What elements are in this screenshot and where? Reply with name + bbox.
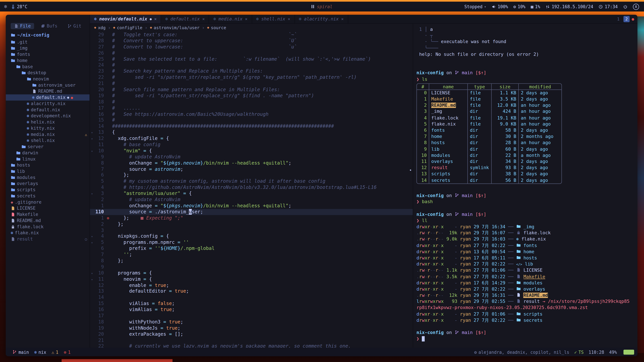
statusline-warnings[interactable]: ⚠ 1 [52,350,58,354]
code-line[interactable]: ▾10 "nvim" = { [90,148,413,154]
code-line[interactable]: 23 # Search key pattern and Replace in M… [90,68,413,74]
code-line[interactable]: 6 }; [90,172,413,178]
code-line[interactable]: 11 # base config [90,142,413,148]
tree-item-default.nix[interactable]: ❄default.nix●● [6,94,90,100]
tree-item-server[interactable]: server [6,144,90,150]
volume-widget[interactable]: 100% [492,4,508,9]
temperature-widget[interactable]: 28°C [11,4,27,9]
code-line[interactable]: 14 [90,295,413,301]
tree-item-home[interactable]: home [6,57,90,64]
sidebar-tab-git[interactable]: Git [64,23,85,29]
code-area[interactable]: 29 # Toggle text's case: `~` 28 # Conver… [90,31,413,348]
buffer-tab-default.nix[interactable]: ❄default.nix× [161,15,209,23]
code-line[interactable]: 25 # Save the selected text to a file: `… [90,56,413,62]
code-line[interactable]: ▾12 xdg.configFile = { [90,136,413,142]
tree-item-secrets[interactable]: secrets [6,193,90,199]
tree-root[interactable]: ~/nix-config [6,31,90,39]
code-line[interactable]: 19 # sed -ri "s/pattern_str/replace_str/… [90,93,413,99]
code-line[interactable]: ▾11 neovim = { [90,276,413,282]
code-line[interactable]: ▾13 { [90,129,413,135]
tree-item-README.md[interactable]: README.md [6,218,90,224]
tree-item-base[interactable]: base [6,64,90,70]
tree-item-media.nix[interactable]: ❄media.nix⚠ [6,131,90,138]
tree-item-flake.nix[interactable]: ❄flake.nix [6,230,90,236]
close-icon[interactable]: × [341,17,344,21]
code-line[interactable]: 5 # my cusotom astronvim config, astronv… [90,178,413,184]
code-line[interactable]: 15 viAlias = false; [90,301,413,307]
statusline-errors[interactable]: ⊗ 1 [64,350,70,354]
tree-item-alacritty.nix[interactable]: ❄alacritty.nix [6,100,90,107]
code-line[interactable]: 8 }; [90,258,413,264]
terminal-pane[interactable]: 1 │ a · ┬ · ╰── executable was not found… [413,24,638,348]
breadcrumb-item-configFile[interactable]: ◈configFile [113,25,142,30]
breadcrumb-item-xdg[interactable]: ◈xdg [94,25,106,30]
close-icon[interactable]: × [245,17,248,21]
code-line[interactable]: 7 source = astronvim; [90,166,413,172]
tree-item-_img[interactable]: _img [6,45,90,51]
code-line[interactable]: 17 # ...... [90,105,413,111]
code-line[interactable]: 20 # Search file name pattern and Replac… [90,87,413,93]
code-line[interactable]: 8 onChange = "${pkgs.neovim}/bin/nvim --… [90,160,413,166]
tree-item-fonts[interactable]: fonts [6,51,90,57]
code-line[interactable]: 6 prefix = ''${HOME}/.npm-global [90,246,413,252]
code-line[interactable]: 15 # [90,117,413,123]
code-line[interactable]: 21 # [90,80,413,86]
code-line[interactable]: 22 # currently we use lazy.nvim as neovi… [90,343,413,348]
tree-item-astronvim_user[interactable]: astronvim_user [6,82,90,88]
code-line[interactable]: 3 [90,227,413,233]
tree-item-neovim[interactable]: neovim [6,76,90,82]
network-widget[interactable]: 192.168.5.100/24 [546,4,593,9]
code-line[interactable]: 28 # Convert to uppercase: `U` [90,38,413,44]
tree-item-scripts[interactable]: scripts [6,187,90,193]
close-icon[interactable]: × [288,17,290,21]
cpu-widget[interactable]: ⚙ 10% [513,4,526,9]
tree-item-modules[interactable]: modules [6,174,90,181]
code-line[interactable]: 20 extraPackages = []; [90,331,413,337]
code-line[interactable]: 18 withPython3 = true; [90,319,413,325]
tree-item-helix.nix[interactable]: ❄helix.nix [6,119,90,125]
tree-item-desktop[interactable]: desktop [6,70,90,76]
tree-item-lib[interactable]: lib [6,168,90,174]
buffer-tab-media.nix[interactable]: ❄media.nix× [209,15,252,23]
code-line[interactable]: 2 # update AstroNvim [90,197,413,203]
code-line[interactable]: ▾10 programs = { [90,270,413,276]
code-line[interactable]: ▾3 "astronvim/lua/user" = { [90,191,413,197]
code-line[interactable]: 29 # Toggle text's case: `~` [90,32,413,38]
code-line[interactable]: 22 # sed -ri "s/pattern_str/replace_str/… [90,74,413,80]
code-line[interactable]: ▾5 programs.npm.npmrc = '' [90,239,413,245]
tree-item-default.nix[interactable]: ❄default.nix [6,107,90,113]
code-line[interactable]: 2 }; [90,221,413,227]
buffer-tab-neovim/default.nix[interactable]: ❄neovim/default.nix●× [90,15,161,23]
editor-pane[interactable]: ◈xdg›◈configFile›◈astronvim/lua/user›◈so… [90,24,413,348]
tree-item-.git[interactable]: .git [6,39,90,45]
tabpage-2[interactable]: 2 [623,16,630,22]
breadcrumb-item-source[interactable]: ◈source [207,25,226,30]
tree-item-overlays[interactable]: overlays [6,181,90,187]
tree-item-hosts[interactable]: hosts [6,162,90,168]
statusline-git-branch[interactable]: main [12,350,29,354]
status-widget[interactable]: Stopped ▾ [464,4,486,9]
code-line[interactable]: 110 source = ./astronvim_user; [90,209,413,215]
tree-item-README.md[interactable]: README.md [6,88,90,94]
code-line[interactable]: 9 # update AstroNvim [90,154,413,160]
tree-item-.gitignore[interactable]: ◆.gitignore [6,199,90,205]
code-line[interactable]: 16 vimAlias = true; [90,307,413,313]
code-line[interactable]: ▾4 nixpkgs.config = { [90,233,413,239]
code-line[interactable]: 26 # [90,50,413,56]
tree-item-linux[interactable]: linux [6,156,90,162]
tree-item-result[interactable]: result○ [6,236,90,242]
tree-item-development.nix[interactable]: ❄development.nix [6,113,90,119]
code-line[interactable]: 12 enable = true; [90,282,413,288]
close-icon[interactable]: × [154,17,157,21]
code-line[interactable]: 16 # See https://astronvim.com/Basic%20U… [90,111,413,117]
tree-item-darwin[interactable]: darwin [6,150,90,156]
tree-item-kitty.nix[interactable]: ❄kitty.nix [6,125,90,131]
tree-item-flake.lock[interactable]: flake.lock [6,224,90,230]
code-line[interactable]: 17 [90,313,413,319]
close-icon[interactable]: × [202,17,205,21]
code-line[interactable]: 18 # [90,99,413,105]
sidebar-tab-bufs[interactable]: Bufs [37,23,61,29]
code-line[interactable]: 13 defaultEditor = true; [90,288,413,294]
code-line[interactable]: 9 [90,264,413,270]
code-line[interactable]: 24 # [90,62,413,68]
